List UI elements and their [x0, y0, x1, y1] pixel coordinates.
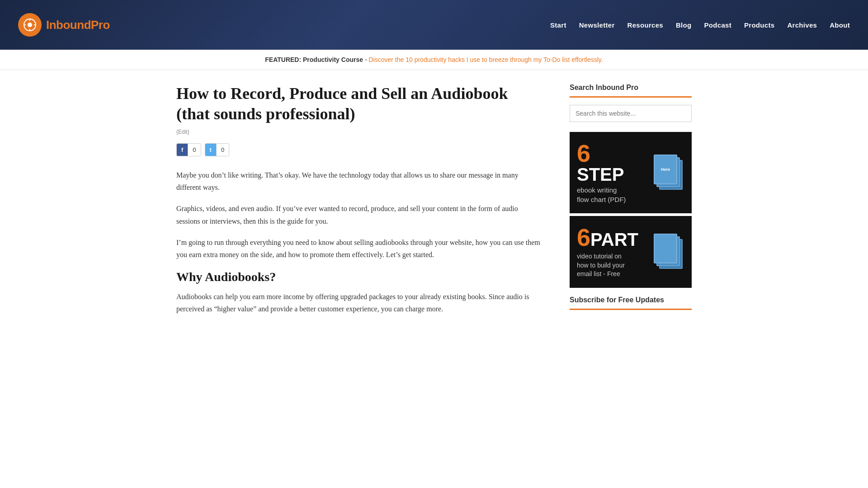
search-section-title: Search Inbound Pro [570, 84, 692, 92]
nav-archives[interactable]: Archives [787, 21, 817, 29]
edit-link-wrap: {Edit} [176, 129, 542, 135]
nav-newsletter[interactable]: Newsletter [579, 21, 615, 29]
book2-front [654, 234, 677, 263]
section-para: Audiobooks can help you earn more income… [176, 291, 542, 315]
logo-svg [24, 19, 36, 31]
nav-products[interactable]: Products [744, 21, 774, 29]
facebook-share-button[interactable]: f 0 [176, 143, 201, 156]
logo-icon [18, 13, 42, 37]
facebook-count: 0 [188, 144, 200, 156]
article-body: Maybe you don’t like writing. That’s oka… [176, 169, 542, 315]
nav-start[interactable]: Start [550, 21, 566, 29]
nav-resources[interactable]: Resources [627, 21, 663, 29]
article-para-2: Graphics, videos, and even audio. If you… [176, 202, 542, 227]
article-title: How to Record, Produce and Sell an Audio… [176, 84, 542, 124]
nav-podcast[interactable]: Podcast [704, 21, 731, 29]
edit-link[interactable]: {Edit} [176, 129, 189, 135]
site-header: InboundPro Start Newsletter Resources Bl… [0, 0, 868, 50]
twitter-count: 0 [216, 144, 229, 156]
social-buttons: f 0 t 0 [176, 143, 542, 156]
main-content: How to Record, Produce and Sell an Audio… [176, 70, 542, 338]
page-wrap: How to Record, Produce and Sell an Audio… [163, 70, 705, 338]
featured-link[interactable]: Discover the 10 productivity hacks I use… [368, 56, 603, 63]
logo-text: InboundPro [46, 18, 110, 32]
ad-6step-num: 6 [577, 140, 590, 167]
ad-6part-book-image [653, 234, 684, 270]
book-front: Here [654, 155, 677, 184]
site-logo[interactable]: InboundPro [18, 13, 110, 37]
facebook-icon: f [177, 144, 188, 156]
ad-6part[interactable]: 6PART video tutorial on how to build you… [570, 216, 692, 288]
article-para-1: Maybe you don’t like writing. That’s oka… [176, 169, 542, 193]
featured-separator: - [363, 56, 368, 63]
search-divider [570, 96, 692, 98]
twitter-share-button[interactable]: t 0 [205, 143, 230, 156]
sidebar: Search Inbound Pro 6STEP ebook writing f… [570, 70, 692, 338]
ad-6part-text: 6PART video tutorial on how to build you… [577, 225, 638, 279]
book-front-text: Here [661, 167, 670, 172]
article-para-3: I’m going to run through everything you … [176, 236, 542, 261]
ad-6step-text: 6STEP ebook writing flow chart (PDF) [577, 141, 626, 204]
featured-bar: FEATURED: Productivity Course - Discover… [0, 50, 868, 70]
twitter-icon: t [205, 144, 216, 156]
nav-about[interactable]: About [830, 21, 850, 29]
svg-point-1 [28, 23, 32, 27]
ad-6step-book-image: Your Idea Here [653, 155, 684, 191]
search-input[interactable] [570, 105, 692, 122]
subscribe-title: Subscribe for Free Updates [570, 296, 692, 304]
ad-6part-word: PART [590, 230, 638, 249]
ad-6part-num: 6 [577, 224, 590, 251]
main-nav: Start Newsletter Resources Blog Podcast … [550, 21, 850, 29]
ad-6part-sub: video tutorial on how to build your emai… [577, 252, 638, 279]
subscribe-divider [570, 309, 692, 310]
ad-6step[interactable]: 6STEP ebook writing flow chart (PDF) You… [570, 132, 692, 213]
featured-label: FEATURED: Productivity Course [265, 56, 363, 63]
ad-6step-sub: ebook writing flow chart (PDF) [577, 185, 626, 204]
nav-blog[interactable]: Blog [676, 21, 692, 29]
ad-6step-word: STEP [577, 165, 626, 183]
section-heading: Why Audiobooks? [176, 270, 542, 284]
